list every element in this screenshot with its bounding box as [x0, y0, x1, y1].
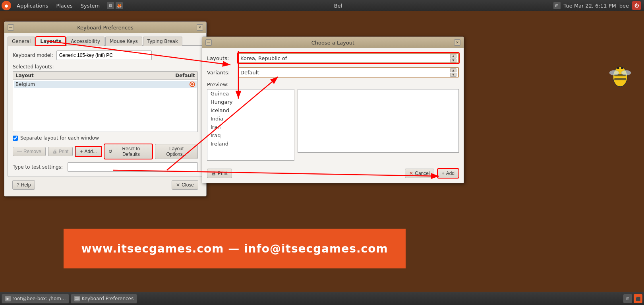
tab-layouts[interactable]: Layouts	[36, 37, 66, 46]
orange-banner: www.itsecgames.com — info@itsecgames.com	[64, 229, 406, 268]
titlebar-left: —	[8, 24, 14, 31]
cl-add-icon: +	[442, 171, 445, 176]
tab-bar: General Layouts Accessibility Mouse Keys…	[8, 36, 203, 45]
keyboard-preferences-window: — Keyboard Preferences ✕ General Layouts…	[4, 21, 207, 196]
test-settings-label: Type to test settings:	[13, 164, 64, 170]
svg-point-7	[609, 70, 619, 75]
taskbar-bottom: ▶ root@bee-box: /hom... ⌨ Keyboard Prefe…	[0, 292, 644, 305]
tab-accessibility[interactable]: Accessibility	[66, 37, 104, 46]
print-label: Print	[59, 149, 69, 154]
cl-cancel-label: Cancel	[415, 171, 429, 176]
datetime-label: Tue Mar 22, 6:11 PM	[564, 3, 616, 9]
choose-layout-footer: 🖨 Print ✕ Cancel + Add	[207, 165, 459, 178]
layout-preview	[298, 89, 459, 153]
close-button[interactable]: ✕ Close	[172, 180, 198, 190]
taskbar-kb-prefs-item[interactable]: ⌨ Keyboard Preferences	[71, 294, 137, 303]
ubuntu-logo[interactable]: ●	[2, 1, 11, 10]
list-item-iran[interactable]: Iran	[207, 123, 294, 131]
test-settings-input[interactable]	[68, 162, 198, 172]
places-menu[interactable]: Places	[52, 0, 76, 11]
kb-prefs-title: Keyboard Preferences	[14, 25, 197, 31]
reset-button[interactable]: ↺ Reset to Defaults	[104, 144, 153, 159]
combo-down-arrow[interactable]: ▼	[450, 58, 456, 62]
taskbar-center-text: Bel	[123, 3, 553, 9]
choose-layout-close-btn[interactable]: ✕	[454, 39, 460, 46]
variants-down-arrow[interactable]: ▼	[450, 73, 456, 77]
list-item-iceland[interactable]: Iceland	[207, 106, 294, 115]
apps-icon: ⬛	[634, 294, 642, 303]
list-item-india[interactable]: India	[207, 115, 294, 123]
monitor-icon: 🖥	[107, 2, 114, 9]
username-label: bee	[619, 3, 629, 9]
applications-menu[interactable]: Applications	[13, 0, 52, 11]
kb-prefs-footer: ? Help ✕ Close	[8, 177, 203, 193]
remove-button[interactable]: — Remove	[13, 147, 46, 156]
list-item-ireland[interactable]: Ireland	[207, 140, 294, 148]
kb-prefs-content: General Layouts Accessibility Mouse Keys…	[4, 33, 206, 196]
variants-combo-arrows[interactable]: ▲ ▼	[450, 68, 456, 77]
cl-add-label: Add	[446, 171, 454, 176]
layouts-combobox[interactable]: Korea, Republic of ▲ ▼	[238, 53, 459, 63]
belgium-radio[interactable]	[171, 82, 195, 87]
firefox-icon: 🦊	[116, 2, 123, 9]
choose-layout-menu-btn[interactable]: —	[205, 39, 212, 46]
separate-layout-checkbox[interactable]	[13, 136, 18, 141]
layouts-combo-arrows[interactable]: ▲ ▼	[450, 54, 456, 62]
variants-combobox[interactable]: Default ▲ ▼	[238, 67, 459, 78]
choose-layout-titlebar: — Choose a Layout ✕	[202, 37, 464, 48]
kb-prefs-titlebar: — Keyboard Preferences ✕	[4, 22, 206, 33]
banner-text: www.itsecgames.com — info@itsecgames.com	[81, 242, 388, 255]
col-default-header: Default	[171, 73, 195, 78]
cl-action-buttons: ✕ Cancel + Add	[405, 169, 459, 178]
keyboard-model-input[interactable]	[56, 51, 152, 60]
print-icon: 🖨	[52, 149, 57, 154]
print-button[interactable]: 🖨 Print	[48, 147, 73, 156]
kb-prefs-task-label: Keyboard Preferences	[81, 296, 133, 301]
close-icon-btn: ✕	[176, 182, 180, 188]
country-list[interactable]: Guinea Hungary Iceland India Iran Iraq I…	[207, 89, 294, 161]
choose-layout-window: — Choose a Layout ✕ Layouts: Korea, Repu…	[202, 37, 464, 183]
tab-typing-break[interactable]: Typing Break	[143, 37, 182, 46]
svg-point-6	[621, 67, 623, 69]
cl-print-button[interactable]: 🖨 Print	[207, 169, 232, 178]
tab-general[interactable]: General	[8, 37, 35, 46]
taskbar-top: ● Applications Places System 🖥 🦊 Bel ⊞ T…	[0, 0, 644, 11]
variants-label: Variants:	[207, 70, 235, 76]
col-layout-header: Layout	[15, 73, 171, 78]
layouts-row: Layouts: Korea, Republic of ▲ ▼	[207, 53, 459, 63]
belgium-layout-row[interactable]: Belgium	[14, 81, 197, 88]
system-menu[interactable]: System	[77, 0, 104, 11]
combo-up-arrow[interactable]: ▲	[450, 54, 456, 58]
layouts-label: Layouts:	[207, 55, 235, 61]
remove-icon: —	[17, 149, 22, 154]
separate-layout-label: Separate layout for each window	[20, 135, 99, 141]
layouts-combo-value: Korea, Republic of	[240, 55, 450, 61]
cl-cancel-button[interactable]: ✕ Cancel	[405, 169, 434, 178]
help-label: Help	[21, 182, 31, 188]
list-item-guinea[interactable]: Guinea	[207, 89, 294, 98]
variants-up-arrow[interactable]: ▲	[450, 68, 456, 72]
reset-icon: ↺	[108, 149, 112, 154]
layout-options-button[interactable]: Layout Options...	[155, 144, 198, 159]
kb-icon: ⌨	[74, 296, 80, 301]
tab-mouse-keys[interactable]: Mouse Keys	[105, 37, 142, 46]
belgium-radio-btn[interactable]	[190, 82, 195, 87]
list-item-iraq[interactable]: Iraq	[207, 131, 294, 140]
help-button[interactable]: ? Help	[12, 180, 35, 190]
list-item-hungary[interactable]: Hungary	[207, 98, 294, 106]
desktop: www.itsecgames.com — info@itsecgames.com…	[0, 11, 644, 292]
window-menu-button[interactable]: —	[8, 24, 14, 31]
cl-add-button[interactable]: + Add	[437, 169, 459, 178]
add-label: Add...	[84, 149, 97, 154]
keyboard-model-label: Keyboard model:	[13, 52, 53, 58]
kb-prefs-close-button[interactable]: ✕	[197, 24, 203, 31]
taskbar-right: ⊞ Tue Mar 22, 6:11 PM bee ⏻	[553, 1, 644, 10]
close-label: Close	[182, 182, 194, 188]
add-button[interactable]: + Add...	[75, 146, 101, 157]
cl-print-label: Print	[218, 171, 228, 176]
taskbar-terminal-item[interactable]: ▶ root@bee-box: /hom...	[2, 294, 69, 303]
preview-label: Preview:	[207, 82, 459, 87]
power-icon[interactable]: ⏻	[632, 1, 641, 10]
app-menu: Applications Places System	[13, 0, 104, 11]
variants-row: Variants: Default ▲ ▼	[207, 67, 459, 78]
